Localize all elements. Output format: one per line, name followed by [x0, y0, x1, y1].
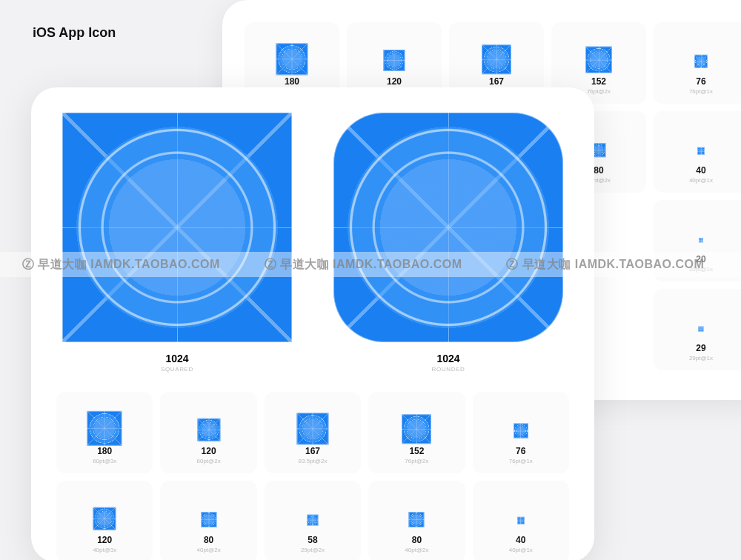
tile-size-label: 167	[305, 447, 320, 456]
appicon-thumb	[409, 512, 425, 527]
tile-size-label: 180	[97, 447, 112, 456]
tile-size-label: 80	[412, 536, 422, 545]
tile-pt-label: 76pt@2x	[587, 88, 611, 95]
appicon-thumb	[699, 327, 704, 332]
tile-size-label: 152	[409, 447, 424, 456]
tile-pt-label: 76pt@2x	[405, 458, 428, 464]
icon-size-tile: 15276pt@2x	[368, 392, 465, 473]
appicon-thumb	[201, 512, 216, 527]
appicon-template-rounded	[333, 113, 563, 342]
tile-pt-label: 76pt@1x	[689, 88, 713, 95]
tile-pt-label: 83.5pt@2x	[299, 458, 328, 464]
icon-size-tile: 5829pt@2x	[265, 481, 361, 560]
tile-pt-label: 29pt@2x	[301, 547, 325, 553]
tile-pt-label: 60pt@3x	[93, 458, 116, 464]
appicon-thumb	[482, 44, 511, 74]
icon-size-tile: 2929pt@1x	[654, 289, 741, 370]
icon-size-tile: 4040pt@1x	[473, 481, 569, 560]
appicon-thumb	[276, 43, 308, 75]
icon-size-tile: 7676pt@1x	[473, 392, 569, 473]
artboard-front: 1024 SQUARED 1024 ROUNDED 18060pt@3x1206…	[31, 87, 594, 560]
hero-size-label: 1024	[165, 353, 188, 364]
tile-size-label: 167	[489, 77, 504, 87]
appicon-thumb	[585, 47, 612, 73]
appicon-thumb	[694, 55, 708, 68]
tile-size-label: 120	[387, 77, 402, 87]
hero-rounded: 1024 ROUNDED	[328, 113, 569, 373]
appicon-thumb	[402, 414, 431, 444]
icon-size-tile: 4040pt@1x	[654, 111, 741, 193]
icon-size-tile: 8040pt@2x	[160, 481, 256, 560]
tile-size-label: 180	[285, 77, 299, 87]
tile-pt-label: 60pt@2x	[197, 458, 221, 464]
tile-size-label: 29	[696, 344, 705, 353]
hero-size-label: 1024	[436, 353, 459, 364]
tile-size-label: 20	[696, 255, 705, 264]
tile-size-label: 40	[516, 536, 525, 545]
icon-size-tile: 7676pt@1x	[654, 22, 741, 104]
icon-size-tile: 2020pt@1x	[654, 200, 741, 281]
tile-pt-label: 40pt@2x	[197, 547, 221, 553]
tile-size-label: 58	[308, 536, 317, 545]
hero-squared: 1024 SQUARED	[56, 113, 298, 373]
tile-pt-label: 29pt@1x	[689, 355, 713, 361]
appicon-thumb	[514, 424, 528, 439]
appicon-thumb	[197, 419, 220, 441]
tile-size-label: 152	[591, 77, 606, 87]
tile-pt-label: 40pt@3x	[93, 547, 116, 553]
hero-variant-label: ROUNDED	[432, 366, 465, 373]
icon-size-tile: 8040pt@2x	[368, 481, 465, 560]
tile-size-label: 120	[97, 536, 112, 545]
appicon-thumb	[296, 413, 328, 444]
tile-size-label: 80	[594, 166, 603, 176]
tile-size-label: 76	[516, 447, 525, 456]
appicon-thumb	[517, 517, 525, 524]
tile-pt-label: 40pt@1x	[689, 177, 713, 184]
icon-size-tile: 12040pt@3x	[56, 481, 153, 560]
tile-pt-label: 40pt@1x	[509, 547, 533, 553]
appicon-thumb	[699, 238, 703, 242]
tile-size-label: 76	[696, 77, 705, 87]
appicon-thumb	[93, 507, 116, 530]
tile-size-label: 80	[204, 536, 213, 545]
appicon-thumb	[307, 515, 318, 526]
appicon-thumb	[697, 147, 705, 155]
icon-size-tile: 16783.5pt@2x	[265, 392, 361, 473]
tile-size-label: 120	[202, 447, 216, 456]
icon-size-tile: 12060pt@2x	[160, 392, 256, 473]
tile-size-label: 40	[696, 166, 705, 176]
tile-pt-label: 40pt@2x	[405, 547, 428, 553]
page-title: iOS App Icon	[33, 25, 116, 41]
appicon-thumb	[384, 50, 405, 71]
tile-pt-label: 76pt@1x	[509, 458, 533, 464]
tile-pt-label: 20pt@1x	[689, 266, 713, 273]
hero-variant-label: SQUARED	[161, 366, 193, 373]
appicon-template-squared	[62, 113, 292, 342]
icon-size-tile: 18060pt@3x	[56, 392, 153, 473]
appicon-thumb	[87, 411, 122, 446]
